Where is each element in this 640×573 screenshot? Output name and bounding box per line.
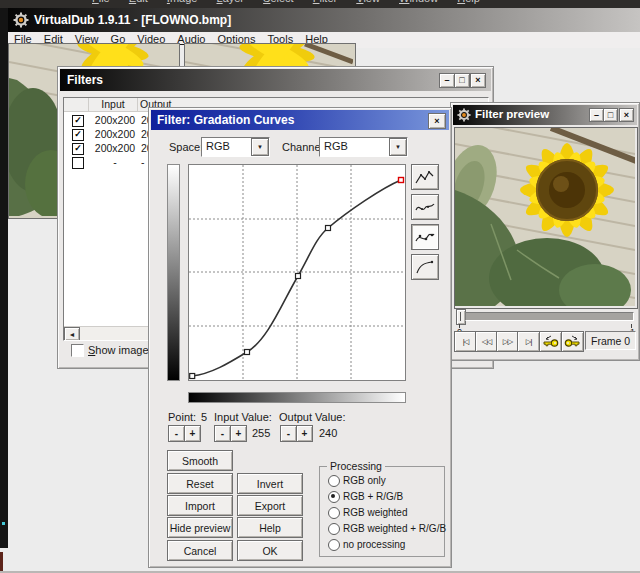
minimize-button[interactable]: – bbox=[589, 108, 604, 122]
import-button[interactable]: Import bbox=[167, 495, 233, 516]
preview-image bbox=[454, 127, 638, 309]
space-label: Space: bbox=[169, 141, 203, 153]
curve-mode-ease-button[interactable] bbox=[411, 254, 439, 280]
prev-keyframe-button[interactable] bbox=[539, 331, 562, 352]
curve-point-2[interactable] bbox=[245, 350, 250, 355]
virtualdub-gear-icon bbox=[457, 108, 471, 122]
radio-rgb-plus-rgb[interactable] bbox=[328, 491, 340, 503]
bg-menu-item[interactable]: Select bbox=[263, 0, 294, 4]
preview-title-bar[interactable]: Filter preview – □ × bbox=[453, 105, 637, 125]
radio-rgb-only[interactable] bbox=[328, 475, 340, 487]
close-button[interactable]: × bbox=[619, 108, 634, 122]
output-decrement-button[interactable]: - bbox=[280, 425, 297, 442]
bg-menu-item[interactable]: Help bbox=[457, 0, 480, 4]
channel-value: RGB bbox=[324, 140, 348, 152]
bg-menu-item[interactable]: Image bbox=[167, 0, 198, 4]
processing-option[interactable]: RGB weighted + R/G/B bbox=[320, 523, 444, 537]
spline-curve-icon bbox=[415, 200, 435, 215]
input-increment-button[interactable]: + bbox=[230, 425, 247, 442]
scroll-left-arrow[interactable]: ◄ bbox=[64, 327, 80, 341]
channel-dropdown[interactable]: RGB ▼ bbox=[319, 137, 408, 157]
bg-menu-item[interactable]: File bbox=[92, 0, 110, 4]
output-increment-button[interactable]: + bbox=[296, 425, 313, 442]
input-gradient-bar bbox=[188, 392, 406, 403]
background-app-strip: File Edit Image Layer Select Filter View… bbox=[0, 0, 640, 8]
curve-point-5-selected[interactable] bbox=[399, 178, 404, 183]
gradation-curves-dialog: Filter: Gradation Curves × Space: RGB ▼ … bbox=[148, 107, 452, 568]
chevron-down-icon[interactable]: ▼ bbox=[389, 138, 407, 156]
close-button[interactable]: × bbox=[428, 113, 446, 129]
reset-button[interactable]: Reset bbox=[167, 473, 233, 494]
key-prev-icon bbox=[542, 335, 559, 348]
bg-menu-item[interactable]: View bbox=[356, 0, 380, 4]
filter-enabled-checkbox[interactable] bbox=[72, 157, 84, 169]
step-forward-button[interactable]: ▷▷ bbox=[496, 331, 519, 352]
radio-label: RGB weighted + R/G/B bbox=[343, 523, 446, 534]
bg-menu-item[interactable]: Window bbox=[399, 0, 438, 4]
step-backward-button[interactable]: ◁◁ bbox=[475, 331, 498, 352]
radio-rgb-weighted[interactable] bbox=[328, 507, 340, 519]
main-title-bar[interactable]: VirtualDub 1.9.11 - [FLOWNO.bmp] bbox=[8, 8, 640, 32]
bg-menu-item[interactable]: Filter bbox=[313, 0, 337, 4]
processing-option[interactable]: RGB weighted bbox=[320, 507, 444, 521]
curve-mode-spline-button[interactable] bbox=[411, 194, 439, 220]
smooth-button[interactable]: Smooth bbox=[167, 450, 233, 471]
go-to-start-button[interactable]: |◁ bbox=[454, 331, 477, 352]
column-header-check[interactable] bbox=[64, 98, 89, 112]
ok-button[interactable]: OK bbox=[237, 540, 303, 561]
maximize-button[interactable]: □ bbox=[454, 73, 470, 88]
filters-dialog-title: Filters bbox=[67, 73, 103, 87]
chevron-down-icon[interactable]: ▼ bbox=[251, 138, 269, 156]
input-decrement-button[interactable]: - bbox=[214, 425, 231, 442]
processing-option[interactable]: no processing bbox=[320, 539, 444, 553]
curves-dialog-title: Filter: Gradation Curves bbox=[157, 113, 294, 127]
radio-label: RGB weighted bbox=[343, 507, 407, 518]
curve-point-1[interactable] bbox=[190, 374, 195, 379]
filter-enabled-checkbox[interactable]: ✓ bbox=[72, 143, 84, 155]
space-value: RGB bbox=[206, 140, 230, 152]
hide-preview-button[interactable]: Hide preview bbox=[167, 517, 233, 538]
point-decrement-button[interactable]: - bbox=[168, 425, 185, 442]
curve-mode-linear-button[interactable] bbox=[411, 164, 439, 190]
processing-option[interactable]: RGB + R/G/B bbox=[320, 491, 444, 505]
radio-rgb-weighted-plus[interactable] bbox=[328, 523, 340, 535]
point-label: Point: bbox=[168, 411, 196, 423]
processing-group-label: Processing bbox=[327, 460, 385, 472]
filter-enabled-checkbox[interactable]: ✓ bbox=[72, 115, 84, 127]
bg-menu-item[interactable]: Layer bbox=[217, 0, 245, 4]
minimize-button[interactable]: – bbox=[439, 73, 455, 88]
background-dot bbox=[2, 522, 5, 525]
filters-title-bar[interactable]: Filters – □ × bbox=[60, 69, 491, 91]
preview-window-title: Filter preview bbox=[475, 108, 549, 120]
radio-label: no processing bbox=[343, 539, 405, 550]
curve-point-4[interactable] bbox=[326, 226, 331, 231]
show-image-checkbox[interactable] bbox=[71, 344, 84, 357]
position-slider-track[interactable] bbox=[465, 312, 634, 321]
help-button[interactable]: Help bbox=[237, 517, 303, 538]
export-button[interactable]: Export bbox=[237, 495, 303, 516]
filter-enabled-checkbox[interactable]: ✓ bbox=[72, 129, 84, 141]
curves-title-bar[interactable]: Filter: Gradation Curves × bbox=[151, 110, 449, 130]
curve-point-3[interactable] bbox=[296, 274, 301, 279]
bg-menu-item[interactable]: Edit bbox=[129, 0, 148, 4]
frame-counter-label: Frame 0 bbox=[591, 335, 630, 347]
point-increment-button[interactable]: + bbox=[184, 425, 201, 442]
radio-no-processing[interactable] bbox=[328, 539, 340, 551]
space-dropdown[interactable]: RGB ▼ bbox=[201, 137, 270, 157]
sunflower-image bbox=[455, 128, 635, 306]
output-value-label: Output Value: bbox=[279, 411, 345, 423]
processing-option[interactable]: RGB only bbox=[320, 475, 444, 489]
curve-editor[interactable] bbox=[188, 164, 406, 381]
gradation-curve[interactable] bbox=[189, 165, 405, 380]
smooth-curve-icon bbox=[415, 230, 435, 245]
go-to-end-button[interactable]: ▷| bbox=[517, 331, 540, 352]
key-next-icon bbox=[564, 335, 581, 348]
close-button[interactable]: × bbox=[470, 73, 486, 88]
next-keyframe-button[interactable] bbox=[561, 331, 584, 352]
cancel-button[interactable]: Cancel bbox=[167, 540, 233, 561]
curve-mode-smooth-button-pressed[interactable] bbox=[411, 224, 439, 250]
maximize-button[interactable]: □ bbox=[603, 108, 618, 122]
filter-input-size: 200x200 bbox=[91, 114, 139, 126]
invert-button[interactable]: Invert bbox=[237, 473, 303, 494]
column-header-input[interactable]: Input bbox=[89, 98, 138, 112]
